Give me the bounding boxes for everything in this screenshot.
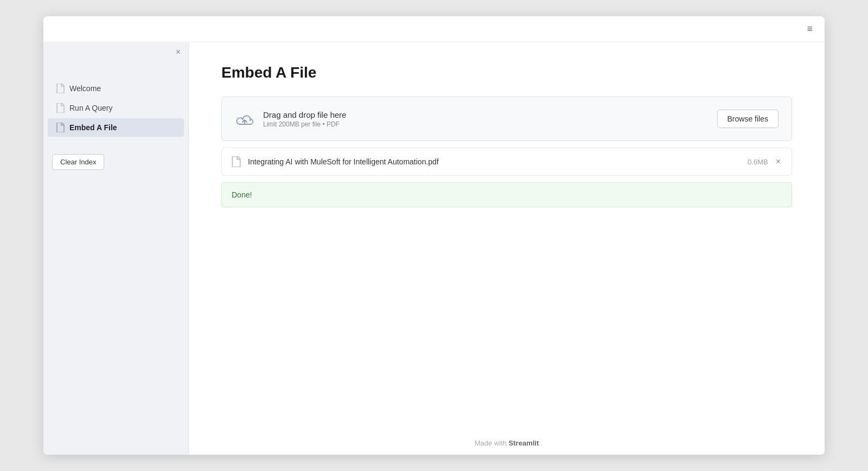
file-remove-button[interactable]: × [775,156,782,168]
upload-zone[interactable]: Drag and drop file here Limit 200MB per … [221,97,792,141]
sidebar-bottom: Clear Index [43,154,188,170]
file-size: 0.6MB [748,158,768,166]
sidebar-close-button[interactable]: × [176,48,181,56]
file-icon [56,84,65,93]
file-item: Integrating AI with MuleSoft for Intelli… [221,148,792,176]
sidebar-item-welcome-label: Welcome [69,84,101,93]
footer-brand: Streamlit [509,439,539,447]
hamburger-icon[interactable]: ≡ [807,23,814,35]
sidebar-item-embed-label: Embed A File [69,123,117,132]
sidebar-item-embed-a-file[interactable]: Embed A File [48,118,184,137]
upload-text-block: Drag and drop file here Limit 200MB per … [263,110,346,128]
success-banner: Done! [221,182,792,207]
sidebar-item-query-label: Run A Query [69,104,112,112]
upload-drag-text: Drag and drop file here [263,110,346,119]
file-name: Integrating AI with MuleSoft for Intelli… [248,157,738,166]
file-doc-icon [232,156,241,167]
footer: Made with Streamlit [189,431,825,455]
sidebar-nav: Welcome Run A Query Embed A File [43,79,188,137]
header-bar: ≡ [43,16,825,42]
content-area: Embed A File Drag and drop file here Lim… [189,42,825,455]
page-title: Embed A File [221,64,792,81]
file-icon-embed [56,123,65,132]
cloud-upload-icon [235,109,254,129]
upload-limit-text: Limit 200MB per file • PDF [263,120,346,128]
clear-index-button[interactable]: Clear Index [52,154,104,170]
sidebar: × Welcome Run A Query [43,42,189,455]
success-message: Done! [232,190,252,199]
browse-files-button[interactable]: Browse files [717,110,778,128]
footer-prefix: Made with [475,439,509,447]
file-icon-query [56,103,65,113]
sidebar-item-welcome[interactable]: Welcome [48,79,184,98]
upload-left: Drag and drop file here Limit 200MB per … [235,109,346,129]
sidebar-item-run-a-query[interactable]: Run A Query [48,99,184,117]
